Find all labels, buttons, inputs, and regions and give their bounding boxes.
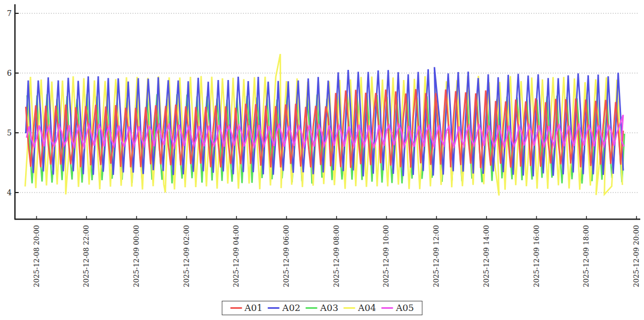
- x-tick-label-text: 2025-12-08 20:00: [33, 225, 41, 287]
- x-tick-label-text: 2025-12-09 04:00: [232, 225, 240, 287]
- x-tick-label: 2025-12-09 18:00: [582, 223, 591, 301]
- legend-item-a05: A05: [381, 302, 414, 313]
- x-tick-label: 2025-12-09 16:00: [532, 223, 541, 301]
- legend-swatch-icon: [344, 307, 355, 309]
- x-tick-label: 2025-12-08 22:00: [82, 223, 91, 301]
- y-tick-label: 6: [0, 68, 12, 78]
- legend-swatch-icon: [268, 307, 280, 309]
- x-tick-label: 2025-12-09 08:00: [332, 223, 341, 301]
- chart-canvas: 4567 2025-12-08 20:002025-12-08 22:00202…: [0, 0, 644, 320]
- x-tick-label: 2025-12-09 02:00: [182, 223, 191, 301]
- x-tick-label-text: 2025-12-09 12:00: [432, 225, 440, 287]
- x-tick-label: 2025-12-09 04:00: [232, 223, 241, 301]
- line-chart-plot: [0, 0, 644, 320]
- x-tick-label-text: 2025-12-09 14:00: [482, 225, 490, 287]
- legend-label: A03: [320, 302, 338, 313]
- x-tick-label: 2025-12-09 00:00: [132, 223, 141, 301]
- x-tick-label-text: 2025-12-08 22:00: [82, 225, 90, 287]
- x-tick-label: 2025-12-09 12:00: [432, 223, 441, 301]
- legend-swatch-icon: [306, 307, 317, 309]
- x-tick-label-text: 2025-12-09 00:00: [132, 225, 140, 287]
- x-tick-label-text: 2025-12-09 10:00: [382, 225, 390, 287]
- legend-label: A02: [282, 302, 300, 313]
- legend-item-a04: A04: [344, 302, 376, 313]
- x-tick-label-text: 2025-12-09 20:00: [632, 225, 640, 287]
- chart-legend: A01A02A03A04A05: [221, 301, 423, 315]
- y-tick-label: 5: [0, 128, 12, 138]
- y-tick-label: 4: [0, 188, 12, 197]
- x-tick-label: 2025-12-09 14:00: [482, 223, 491, 301]
- legend-item-a02: A02: [268, 302, 300, 313]
- x-tick-label: 2025-12-08 20:00: [33, 223, 41, 301]
- y-tick-label: 7: [0, 9, 12, 18]
- legend-item-a01: A01: [230, 302, 263, 313]
- legend-label: A04: [358, 302, 376, 313]
- legend-swatch-icon: [381, 307, 393, 309]
- legend-label: A05: [396, 302, 414, 313]
- x-tick-label-text: 2025-12-09 06:00: [282, 225, 290, 287]
- x-tick-label: 2025-12-09 20:00: [632, 223, 641, 301]
- x-tick-label: 2025-12-09 10:00: [382, 223, 391, 301]
- legend-label: A01: [244, 302, 263, 313]
- x-tick-label-text: 2025-12-09 16:00: [532, 225, 540, 287]
- x-tick-label: 2025-12-09 06:00: [282, 223, 291, 301]
- x-tick-label-text: 2025-12-09 18:00: [582, 225, 590, 287]
- x-tick-label-text: 2025-12-09 08:00: [332, 225, 340, 287]
- x-tick-label-text: 2025-12-09 02:00: [182, 225, 190, 287]
- legend-item-a03: A03: [306, 302, 338, 313]
- legend-swatch-icon: [230, 307, 242, 309]
